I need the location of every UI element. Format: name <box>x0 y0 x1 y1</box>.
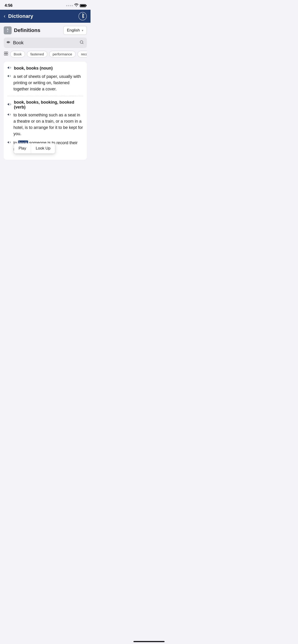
signal-icon <box>66 5 73 6</box>
svg-rect-4 <box>6 52 8 54</box>
chevron-down-icon: ▾ <box>82 28 83 32</box>
wifi-icon <box>74 4 79 8</box>
context-menu-play[interactable]: Play <box>14 143 31 154</box>
status-bar: 4:56 <box>0 0 91 10</box>
def-text-noun-1: a set of sheets of paper, usually with p… <box>14 74 83 92</box>
tag-performance[interactable]: performance <box>49 51 76 58</box>
word-noun: book, books (noun) <box>14 66 53 71</box>
speaker-verb-icon[interactable] <box>8 102 12 108</box>
status-icons <box>66 4 86 8</box>
context-menu-lookup[interactable]: Look Up <box>31 143 55 154</box>
search-input[interactable] <box>13 40 78 46</box>
svg-rect-3 <box>5 52 6 54</box>
def-text-verb-1: to book something such as a seat in a th… <box>14 112 83 137</box>
battery-icon <box>80 4 86 7</box>
word-row-verb: book, books, booking, booked (verb) <box>8 100 83 110</box>
context-menu: Play Look Up <box>14 143 55 154</box>
back-button[interactable]: ‹ <box>4 12 7 20</box>
tag-fastened[interactable]: fastened <box>27 51 47 58</box>
status-time: 4:56 <box>5 3 13 8</box>
language-label: English <box>67 28 80 33</box>
speaker-meaning-verb-1-icon[interactable] <box>8 112 12 118</box>
dictionary-icon: A Z <box>4 26 12 34</box>
tag-book[interactable]: Book <box>10 51 25 58</box>
search-magnifier-icon[interactable] <box>79 40 84 46</box>
search-bar <box>4 38 87 48</box>
svg-rect-5 <box>5 54 6 56</box>
definitions-header-row: A Z Definitions English ▾ <box>4 26 87 35</box>
speaker-search-icon <box>7 40 11 46</box>
speaker-meaning-noun-icon[interactable] <box>8 74 12 79</box>
tags-row: Book fastened performance record <box>4 51 87 58</box>
meaning-row-verb-1: to book something such as a seat in a th… <box>8 112 83 137</box>
bluetooth-button[interactable] <box>79 12 87 20</box>
page-title: Dictionary <box>8 13 79 19</box>
definitions-left: A Z Definitions <box>4 26 40 34</box>
language-selector[interactable]: English ▾ <box>63 26 87 35</box>
svg-rect-6 <box>6 54 8 56</box>
word-row-noun: book, books (noun) <box>8 65 83 71</box>
speaker-meaning-verb-2-icon[interactable] <box>8 140 12 145</box>
word-verb: book, books, booking, booked (verb) <box>14 100 83 110</box>
meaning-row-noun-1: a set of sheets of paper, usually with p… <box>8 74 83 92</box>
main-content: A Z Definitions English ▾ <box>0 23 91 163</box>
definition-entry-noun: book, books (noun) a set of sheets of pa… <box>8 65 83 92</box>
entry-divider <box>8 96 83 96</box>
speaker-noun-icon[interactable] <box>8 65 12 71</box>
definitions-title: Definitions <box>14 27 40 34</box>
bluetooth-icon <box>81 14 84 19</box>
nav-bar: ‹ Dictionary <box>0 10 91 23</box>
tag-record[interactable]: record <box>78 51 87 58</box>
history-icon <box>4 51 8 57</box>
